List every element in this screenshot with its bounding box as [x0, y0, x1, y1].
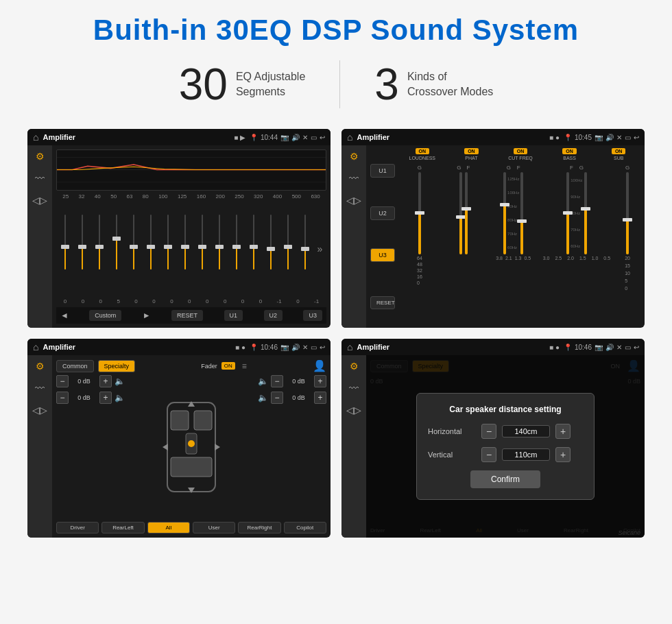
fader-on[interactable]: ON [221, 362, 235, 370]
loudness-on[interactable]: ON [416, 148, 430, 154]
sidebar-eq-icon[interactable]: ⚙ [36, 151, 45, 162]
screen1-title: Amplifier [43, 133, 230, 141]
status-icons-1: 📍 10:44 📷 🔊 ✕ ▭ ↩ [250, 134, 325, 141]
eq-slider-3[interactable] [112, 215, 121, 283]
sp-fl-plus[interactable]: + [99, 375, 112, 387]
sub-g: G [625, 165, 629, 171]
sp4-vol-icon[interactable]: ◁▷ [346, 405, 361, 416]
specialty-btn[interactable]: Specialty [98, 360, 136, 372]
vertical-plus[interactable]: + [555, 447, 571, 462]
nav-left[interactable]: ◄ [60, 311, 69, 320]
feature1-number: 30 [179, 62, 228, 106]
preset-custom[interactable]: Custom [89, 310, 121, 321]
person-icon: 👤 [313, 359, 326, 372]
user-btn[interactable]: User [193, 522, 235, 533]
location-icon-4: 📍 [564, 344, 572, 351]
cutfreq-on[interactable]: ON [514, 148, 528, 154]
u3-btn-1[interactable]: U3 [303, 310, 322, 321]
eq-slider-12[interactable] [266, 215, 276, 283]
cutfreq-g-slider[interactable] [503, 172, 506, 254]
back-icon-2[interactable]: ↩ [634, 134, 639, 141]
sp-fr-plus[interactable]: + [314, 375, 326, 387]
sp4-main: Common Specialty ON 👤 0 dB 0 dB Car spea… [366, 355, 645, 538]
phat-f-slider[interactable] [465, 172, 468, 254]
eq-bottom-bar: ◄ Custom ► RESET U1 U2 U3 [56, 307, 326, 324]
bass-on[interactable]: ON [562, 148, 577, 154]
eq-slider-9[interactable] [215, 215, 224, 283]
common-btn[interactable]: Common [56, 360, 94, 372]
sp4-eq-icon[interactable]: ⚙ [350, 361, 359, 372]
rearright-btn[interactable]: RearRight [238, 522, 280, 533]
sp-right: 🔈 − 0 dB + 🔈 − 0 dB + [258, 375, 326, 519]
phat-on[interactable]: ON [464, 148, 479, 154]
back-icon-1[interactable]: ↩ [320, 134, 325, 141]
sp-fl-minus[interactable]: − [56, 375, 69, 387]
screen-eq: ⌂ Amplifier ■ ▶ 📍 10:44 📷 🔊 ✕ ▭ ↩ ⚙ 〰 ◁▷ [27, 129, 331, 328]
xover-reset-btn[interactable]: RESET [370, 296, 395, 309]
xover-wave-icon[interactable]: 〰 [349, 173, 359, 184]
sp-rl-plus[interactable]: + [99, 392, 112, 404]
home-icon-4[interactable]: ⌂ [347, 341, 352, 352]
bass-f-slider[interactable] [584, 172, 587, 254]
eq-slider-10[interactable] [232, 215, 241, 283]
eq-slider-13[interactable] [283, 215, 293, 283]
preset-u3[interactable]: U3 [370, 248, 395, 262]
feature2-text: Kinds of Crossover Modes [407, 69, 493, 100]
all-btn[interactable]: All [147, 522, 190, 533]
horizontal-plus[interactable]: + [555, 424, 571, 439]
sp-wave-icon[interactable]: 〰 [35, 383, 45, 394]
bass-label: BASS [563, 156, 576, 160]
u1-btn-1[interactable]: U1 [224, 310, 243, 321]
rearleft-btn[interactable]: RearLeft [101, 522, 144, 533]
back-icon-3[interactable]: ↩ [320, 344, 325, 351]
xover-eq-icon[interactable]: ⚙ [350, 151, 359, 162]
eq-slider-2[interactable] [95, 215, 104, 283]
sp-fr-minus[interactable]: − [271, 375, 283, 387]
distance-dialog: Car speaker distance setting Horizontal … [416, 393, 595, 500]
eq-slider-11[interactable] [249, 215, 259, 283]
eq-slider-1[interactable] [77, 215, 87, 283]
page-container: Buith-in 30EQ DSP Sound System 30 EQ Adj… [0, 0, 672, 551]
xover-vol-icon[interactable]: ◁▷ [346, 195, 361, 206]
copilot-btn[interactable]: Copilot [284, 522, 326, 533]
back-icon-4[interactable]: ↩ [634, 344, 639, 351]
vertical-minus[interactable]: − [481, 447, 496, 462]
sidebar-vol-icon[interactable]: ◁▷ [32, 195, 47, 206]
nav-right[interactable]: ► [143, 311, 151, 320]
driver-btn[interactable]: Driver [56, 522, 99, 533]
eq-slider-5[interactable] [146, 215, 156, 283]
home-icon-1[interactable]: ⌂ [33, 132, 38, 143]
sp-vol-icon[interactable]: ◁▷ [32, 405, 47, 416]
sp-rr-minus[interactable]: − [271, 392, 283, 404]
home-icon-2[interactable]: ⌂ [347, 132, 352, 143]
eq-slider-14[interactable] [300, 215, 310, 283]
phat-g-slider[interactable] [459, 172, 462, 254]
sp-rl-minus[interactable]: − [56, 392, 69, 404]
loudness-slider[interactable] [418, 172, 421, 254]
sp-rl-icon: 🔈 [115, 393, 125, 403]
svg-point-8 [188, 440, 195, 447]
sidebar-wave-icon[interactable]: 〰 [35, 173, 45, 184]
u2-btn-1[interactable]: U2 [264, 310, 283, 321]
reset-btn-1[interactable]: RESET [171, 310, 203, 321]
sp-rr-plus[interactable]: + [314, 392, 326, 404]
more-icon[interactable]: » [317, 243, 323, 254]
preset-u1[interactable]: U1 [370, 164, 395, 178]
eq-slider-6[interactable] [163, 215, 173, 283]
sub-on[interactable]: ON [612, 148, 626, 154]
bass-g-slider[interactable] [566, 172, 569, 254]
eq-slider-4[interactable] [129, 215, 139, 283]
cutfreq-f-slider[interactable] [520, 172, 523, 254]
horizontal-minus[interactable]: − [481, 424, 496, 439]
xover-sidebar: ⚙ 〰 ◁▷ [341, 145, 366, 328]
eq-slider-8[interactable] [197, 215, 207, 283]
eq-slider-0[interactable] [60, 215, 70, 283]
sp4-wave-icon[interactable]: 〰 [349, 383, 359, 394]
sub-g-slider[interactable] [626, 172, 629, 254]
sidebar-1: ⚙ 〰 ◁▷ [27, 145, 52, 328]
sp-eq-icon[interactable]: ⚙ [36, 361, 45, 372]
preset-u2[interactable]: U2 [370, 206, 395, 220]
home-icon-3[interactable]: ⌂ [33, 341, 38, 352]
confirm-button[interactable]: Confirm [470, 470, 540, 488]
eq-slider-7[interactable] [180, 215, 190, 283]
